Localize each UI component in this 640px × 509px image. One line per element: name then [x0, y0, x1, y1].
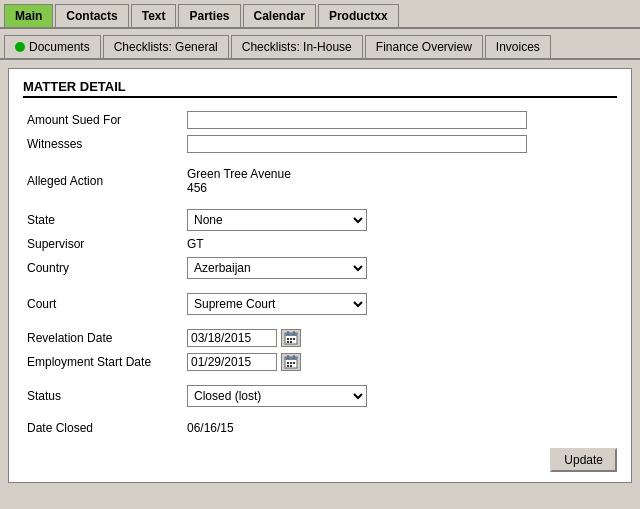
revelation-date-input[interactable] — [187, 329, 277, 347]
spacer-1 — [23, 156, 617, 164]
svg-rect-17 — [290, 365, 292, 367]
date-closed-value: 06/16/15 — [183, 418, 617, 438]
top-tab-bar: Main Contacts Text Parties Calendar Prod… — [0, 0, 640, 29]
svg-rect-15 — [293, 362, 295, 364]
spacer-6 — [23, 410, 617, 418]
svg-rect-16 — [287, 365, 289, 367]
court-select[interactable]: Supreme Court — [187, 293, 367, 315]
spacer-3 — [23, 282, 617, 290]
tab-parties[interactable]: Parties — [178, 4, 240, 27]
alleged-action-row: Alleged Action Green Tree Avenue 456 — [23, 164, 617, 198]
employment-start-date-row-inner — [187, 353, 613, 371]
employment-start-date-input[interactable] — [187, 353, 277, 371]
court-value: Supreme Court — [183, 290, 617, 318]
calendar-svg — [284, 331, 298, 345]
main-content: MATTER DETAIL Amount Sued For Witnesses … — [0, 60, 640, 491]
amount-sued-input[interactable] — [187, 111, 527, 129]
sub-tab-bar: Documents Checklists: General Checklists… — [0, 31, 640, 60]
subtab-documents[interactable]: Documents — [4, 35, 101, 58]
subtab-finance-overview[interactable]: Finance Overview — [365, 35, 483, 58]
date-closed-row: Date Closed 06/16/15 — [23, 418, 617, 438]
witnesses-row: Witnesses — [23, 132, 617, 156]
update-button[interactable]: Update — [550, 448, 617, 472]
country-value: Azerbaijan — [183, 254, 617, 282]
amount-sued-row: Amount Sued For — [23, 108, 617, 132]
alleged-action-line2: 456 — [187, 181, 613, 195]
subtab-finance-overview-label: Finance Overview — [376, 40, 472, 54]
revelation-date-value — [183, 326, 617, 350]
country-row: Country Azerbaijan — [23, 254, 617, 282]
matter-detail-title: MATTER DETAIL — [23, 79, 617, 98]
country-select[interactable]: Azerbaijan — [187, 257, 367, 279]
supervisor-row: Supervisor GT — [23, 234, 617, 254]
tab-main[interactable]: Main — [4, 4, 53, 27]
tab-text[interactable]: Text — [131, 4, 177, 27]
status-select[interactable]: Closed (lost) — [187, 385, 367, 407]
svg-rect-6 — [293, 338, 295, 340]
spacer-4 — [23, 318, 617, 326]
spacer-5 — [23, 374, 617, 382]
witnesses-value — [183, 132, 617, 156]
subtab-invoices-label: Invoices — [496, 40, 540, 54]
alleged-action-label: Alleged Action — [23, 164, 183, 198]
court-label: Court — [23, 290, 183, 318]
state-value: None — [183, 206, 617, 234]
alleged-action-value: Green Tree Avenue 456 — [183, 164, 617, 198]
subtab-checklists-general[interactable]: Checklists: General — [103, 35, 229, 58]
employment-start-calendar-icon[interactable] — [281, 353, 301, 371]
matter-detail-panel: MATTER DETAIL Amount Sued For Witnesses … — [8, 68, 632, 483]
calendar-svg-2 — [284, 355, 298, 369]
amount-sued-value — [183, 108, 617, 132]
svg-rect-14 — [290, 362, 292, 364]
spacer-2 — [23, 198, 617, 206]
court-row: Court Supreme Court — [23, 290, 617, 318]
alleged-action-line1: Green Tree Avenue — [187, 167, 613, 181]
subtab-checklists-inhouse[interactable]: Checklists: In-House — [231, 35, 363, 58]
revelation-date-calendar-icon[interactable] — [281, 329, 301, 347]
status-row: Status Closed (lost) — [23, 382, 617, 410]
button-row: Update — [23, 448, 617, 472]
tab-calendar[interactable]: Calendar — [243, 4, 316, 27]
status-value: Closed (lost) — [183, 382, 617, 410]
witnesses-input[interactable] — [187, 135, 527, 153]
amount-sued-label: Amount Sued For — [23, 108, 183, 132]
employment-start-row: Employment Start Date — [23, 350, 617, 374]
svg-rect-5 — [290, 338, 292, 340]
subtab-documents-label: Documents — [29, 40, 90, 54]
svg-rect-10 — [285, 357, 297, 360]
employment-start-label: Employment Start Date — [23, 350, 183, 374]
supervisor-value: GT — [183, 234, 617, 254]
documents-dot — [15, 42, 25, 52]
matter-detail-form: Amount Sued For Witnesses Alleged Action… — [23, 108, 617, 438]
svg-rect-7 — [287, 341, 289, 343]
tab-productxx[interactable]: Productxx — [318, 4, 399, 27]
supervisor-label: Supervisor — [23, 234, 183, 254]
svg-rect-8 — [290, 341, 292, 343]
svg-rect-13 — [287, 362, 289, 364]
svg-rect-4 — [287, 338, 289, 340]
subtab-checklists-inhouse-label: Checklists: In-House — [242, 40, 352, 54]
state-label: State — [23, 206, 183, 234]
employment-start-value — [183, 350, 617, 374]
date-closed-label: Date Closed — [23, 418, 183, 438]
revelation-date-row-inner — [187, 329, 613, 347]
subtab-checklists-general-label: Checklists: General — [114, 40, 218, 54]
country-label: Country — [23, 254, 183, 282]
revelation-date-label: Revelation Date — [23, 326, 183, 350]
tab-contacts[interactable]: Contacts — [55, 4, 128, 27]
state-select[interactable]: None — [187, 209, 367, 231]
witnesses-label: Witnesses — [23, 132, 183, 156]
svg-rect-1 — [285, 333, 297, 336]
status-label: Status — [23, 382, 183, 410]
subtab-invoices[interactable]: Invoices — [485, 35, 551, 58]
revelation-date-row: Revelation Date — [23, 326, 617, 350]
state-row: State None — [23, 206, 617, 234]
